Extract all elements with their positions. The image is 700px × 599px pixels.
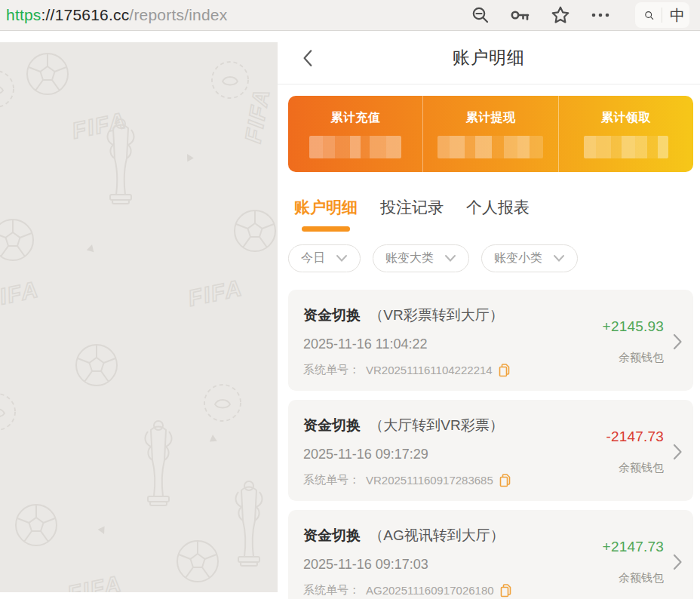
order-number: VR202511161104222214 [366, 364, 493, 376]
transaction-datetime: 2025-11-16 11:04:22 [303, 336, 575, 352]
page-bottom-gap [0, 592, 278, 599]
url-path: /reports/index [129, 6, 227, 23]
summary-label: 累计提现 [465, 110, 515, 126]
chevron-down-icon [444, 254, 456, 263]
wallet-label: 余额钱包 [619, 571, 664, 585]
transaction-detail: （大厅转到VR彩票） [369, 417, 503, 433]
transaction-amount: -2147.73 [606, 429, 664, 445]
transaction-type: 资金切换 [303, 417, 361, 433]
zoom-out-icon[interactable] [471, 5, 490, 25]
order-number: AG202511160917026180 [366, 584, 494, 597]
more-options-icon[interactable] [590, 5, 611, 25]
summary-label: 累计领取 [601, 110, 651, 126]
browser-search-box[interactable]: 中 [635, 2, 689, 28]
transaction-title: 资金切换 （AG视讯转到大厅） [303, 526, 575, 545]
tab-bar: 账户明细 投注记录 个人报表 [278, 172, 700, 232]
masked-value [438, 136, 543, 158]
chevron-right-icon [673, 443, 683, 461]
summary-label: 累计充值 [330, 110, 380, 126]
filter-date-dropdown[interactable]: 今日 [288, 244, 361, 272]
transaction-amount: +2147.73 [603, 539, 664, 555]
address-bar[interactable]: https://175616.cc/reports/index [6, 6, 227, 24]
transaction-datetime: 2025-11-16 09:17:29 [303, 447, 575, 462]
back-button[interactable] [299, 48, 318, 67]
copy-icon[interactable] [499, 364, 510, 377]
key-icon[interactable] [510, 5, 531, 25]
chevron-right-icon [673, 333, 683, 351]
browser-toolbar: https://175616.cc/reports/index [0, 0, 700, 31]
transaction-title: 资金切换 （大厅转到VR彩票） [303, 416, 575, 435]
copy-icon[interactable] [500, 584, 511, 597]
tab-account-details[interactable]: 账户明细 [294, 197, 358, 232]
transaction-datetime: 2025-11-16 09:17:03 [303, 557, 575, 573]
filter-label: 账变大类 [385, 250, 434, 266]
transaction-type: 资金切换 [303, 527, 361, 543]
url-scheme: https [6, 6, 41, 23]
order-number: VR202511160917283685 [366, 474, 493, 487]
summary-total-deposit: 累计充值 [288, 96, 422, 172]
summary-totals-card: 累计充值 累计提现 累计领取 [288, 96, 693, 172]
background-watermark-panel: FIFA [0, 31, 278, 599]
page-title: 账户明细 [453, 46, 525, 69]
tab-label: 个人报表 [466, 197, 530, 218]
account-details-panel: 账户明细 累计充值 累计提现 累计领取 [278, 31, 700, 599]
chevron-down-icon [553, 254, 565, 263]
search-icon [644, 6, 654, 25]
chevron-right-icon [673, 553, 683, 571]
fifa-watermark-pattern: FIFA [0, 42, 278, 599]
tab-label: 账户明细 [294, 197, 358, 218]
chevron-down-icon [336, 254, 348, 263]
masked-value [309, 136, 401, 158]
tab-betting-records[interactable]: 投注记录 [380, 197, 444, 232]
active-tab-indicator [302, 226, 350, 232]
wallet-label: 余额钱包 [619, 461, 664, 475]
app-header: 账户明细 [278, 31, 700, 84]
wallet-label: 余额钱包 [619, 351, 664, 365]
url-host: ://175616.cc [41, 6, 130, 23]
transaction-amount: +2145.93 [603, 318, 664, 335]
order-label: 系统单号： [303, 473, 360, 487]
page-top-gap [0, 31, 278, 42]
favorite-star-icon[interactable] [551, 5, 570, 25]
summary-total-claimed: 累计领取 [558, 96, 693, 172]
filter-major-category-dropdown[interactable]: 账变大类 [373, 244, 469, 272]
filter-label: 今日 [301, 250, 325, 266]
copy-icon[interactable] [499, 474, 511, 487]
transaction-title: 资金切换 （VR彩票转到大厅） [303, 306, 575, 325]
masked-value [584, 136, 668, 158]
search-keyword: 中 [670, 5, 685, 26]
tab-personal-report[interactable]: 个人报表 [466, 197, 530, 232]
order-label: 系统单号： [303, 363, 360, 377]
transaction-detail: （AG视讯转到大厅） [369, 527, 504, 543]
transaction-row[interactable]: 资金切换 （大厅转到VR彩票） 2025-11-16 09:17:29 系统单号… [288, 400, 693, 501]
filter-bar: 今日 账变大类 账变小类 [278, 232, 700, 272]
filter-label: 账变小类 [494, 250, 542, 266]
summary-total-withdrawal: 累计提现 [422, 96, 557, 172]
transaction-row[interactable]: 资金切换 （AG视讯转到大厅） 2025-11-16 09:17:03 系统单号… [288, 510, 693, 599]
tab-label: 投注记录 [380, 197, 444, 218]
transaction-row[interactable]: 资金切换 （VR彩票转到大厅） 2025-11-16 11:04:22 系统单号… [288, 290, 693, 391]
order-label: 系统单号： [303, 583, 360, 597]
transaction-list: 资金切换 （VR彩票转到大厅） 2025-11-16 11:04:22 系统单号… [278, 290, 700, 599]
transaction-detail: （VR彩票转到大厅） [369, 307, 503, 323]
filter-minor-category-dropdown[interactable]: 账变小类 [481, 244, 578, 272]
search-divider [662, 8, 662, 23]
transaction-type: 资金切换 [303, 307, 361, 323]
